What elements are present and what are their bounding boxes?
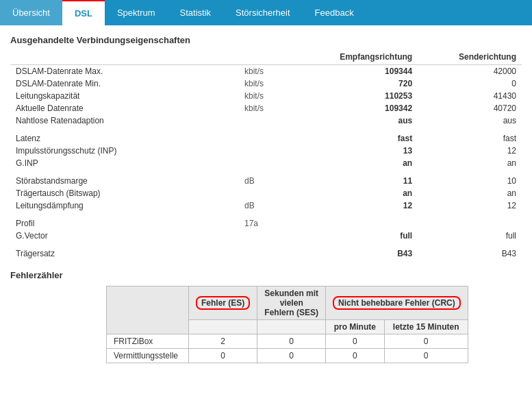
row-label: Latenz (10, 132, 239, 145)
row-unit (239, 132, 291, 145)
row-sende: an (418, 157, 522, 169)
row-empfang: fast (291, 132, 418, 145)
tab-feedback[interactable]: Feedback (303, 0, 366, 25)
table-row: Aktuelle Datenrate kbit/s 109342 40720 (10, 102, 522, 114)
error-table-row: FRITZiBox 2 0 0 0 (107, 334, 468, 349)
row-sende: 0 (418, 77, 522, 90)
row-unit (239, 114, 291, 127)
tab-statistik[interactable]: Statistik (168, 0, 224, 25)
tab-dsl[interactable]: DSL (62, 0, 105, 25)
row-empfang: aus (291, 114, 418, 127)
error-sub-crc-letzte: letzte 15 Minuten (384, 320, 468, 334)
error-table-row: Vermittlungsstelle 0 0 0 0 (107, 349, 468, 363)
verbindung-table: Empfangsrichtung Senderichtung DSLAM-Dat… (10, 51, 522, 260)
error-row-crc-pro: 0 (326, 349, 384, 363)
row-empfang: 720 (291, 77, 418, 90)
table-row: DSLAM-Datenrate Min. kbit/s 720 0 (10, 77, 522, 90)
error-row-crc-letzte: 0 (384, 349, 468, 363)
row-empfang: 110253 (291, 90, 418, 102)
error-sub-ses (257, 320, 326, 334)
row-sende: 40720 (418, 102, 522, 114)
row-sende (418, 217, 522, 230)
row-sende: fast (418, 132, 522, 145)
error-row-crc-pro: 0 (326, 334, 384, 349)
row-unit: kbit/s (239, 90, 291, 102)
row-label: Nahtlose Ratenadaption (10, 114, 239, 127)
table-row: Latenz fast fast (10, 132, 522, 145)
table-spacer (10, 169, 522, 175)
row-label: Leitungskapazität (10, 90, 239, 102)
row-unit (239, 230, 291, 242)
error-row-sekunden: 0 (257, 334, 326, 349)
row-sende: an (418, 187, 522, 199)
error-row-label: FRITZiBox (107, 334, 189, 349)
tab-storsicherheit[interactable]: Störsicherheit (223, 0, 302, 25)
row-sende: aus (418, 114, 522, 127)
row-empfang: 13 (291, 145, 418, 157)
row-label: Aktuelle Datenrate (10, 102, 239, 114)
error-row-sekunden: 0 (257, 349, 326, 363)
row-empfang: 109344 (291, 65, 418, 78)
error-row-crc-letzte: 0 (384, 334, 468, 349)
row-empfang: an (291, 187, 418, 199)
row-empfang: 109342 (291, 102, 418, 114)
table-row: DSLAM-Datenrate Max. kbit/s 109344 42000 (10, 65, 522, 78)
table-row: Leitungsdämpfung dB 12 12 (10, 199, 522, 212)
row-label: DSLAM-Datenrate Max. (10, 65, 239, 78)
row-sende: full (418, 230, 522, 242)
tab-spektrum[interactable]: Spektrum (105, 0, 168, 25)
table-row: Profil 17a (10, 217, 522, 230)
row-empfang (291, 217, 418, 230)
row-unit: dB (239, 199, 291, 212)
row-unit: dB (239, 175, 291, 187)
error-table-wrap: Fehler (ES) Sekunden mitvielenFehlern (S… (106, 286, 522, 363)
row-sende: 12 (418, 145, 522, 157)
row-sende: 12 (418, 199, 522, 212)
row-label: Störabstandsmarge (10, 175, 239, 187)
table-row: Nahtlose Ratenadaption aus aus (10, 114, 522, 127)
table-row: Störabstandsmarge dB 11 10 (10, 175, 522, 187)
tab-ubersicht[interactable]: Übersicht (0, 0, 62, 25)
table-row: G.Vector full full (10, 230, 522, 242)
row-unit (239, 157, 291, 169)
row-sende: 10 (418, 175, 522, 187)
row-sende: B43 (418, 247, 522, 260)
sende-header: Senderichtung (418, 51, 522, 65)
nav-tabs: Übersicht DSL Spektrum Statistik Störsic… (0, 0, 532, 25)
row-unit (239, 145, 291, 157)
error-row-label: Vermittlungsstelle (107, 349, 189, 363)
table-spacer (10, 242, 522, 247)
fehler-es-label: Fehler (ES) (196, 296, 250, 310)
row-unit: kbit/s (239, 102, 291, 114)
row-empfang: 12 (291, 199, 418, 212)
row-sende: 42000 (418, 65, 522, 78)
table-row: Leitungskapazität kbit/s 110253 41430 (10, 90, 522, 102)
row-unit (239, 187, 291, 199)
row-label: G.INP (10, 157, 239, 169)
error-col-crc-group: Nicht behebbare Fehler (CRC) (326, 286, 468, 320)
row-label: Impulsstörungsschutz (INP) (10, 145, 239, 157)
error-col-fehler-es: Fehler (ES) (189, 286, 257, 320)
table-row: Trägertausch (Bitswap) an an (10, 187, 522, 199)
row-unit: kbit/s (239, 65, 291, 78)
row-unit: 17a (239, 217, 291, 230)
table-row: Impulsstörungsschutz (INP) 13 12 (10, 145, 522, 157)
row-empfang: an (291, 157, 418, 169)
table-spacer (10, 212, 522, 217)
row-unit (239, 247, 291, 260)
table-spacer (10, 127, 522, 132)
row-label: Trägersatz (10, 247, 239, 260)
empfang-header: Empfangsrichtung (291, 51, 418, 65)
verbindung-title: Ausgehandelte Verbindungseigenschaften (10, 35, 522, 45)
table-row: G.INP an an (10, 157, 522, 169)
error-sub-es (189, 320, 257, 334)
crc-group-label: Nicht behebbare Fehler (CRC) (333, 296, 461, 310)
row-empfang: B43 (291, 247, 418, 260)
error-sub-crc-pro: pro Minute (326, 320, 384, 334)
row-sende: 41430 (418, 90, 522, 102)
error-col-sekunden: Sekunden mitvielenFehlern (SES) (257, 286, 326, 320)
error-table: Fehler (ES) Sekunden mitvielenFehlern (S… (106, 286, 468, 363)
fehler-title: Fehlerzähler (10, 270, 522, 280)
row-unit: kbit/s (239, 77, 291, 90)
row-label: Trägertausch (Bitswap) (10, 187, 239, 199)
